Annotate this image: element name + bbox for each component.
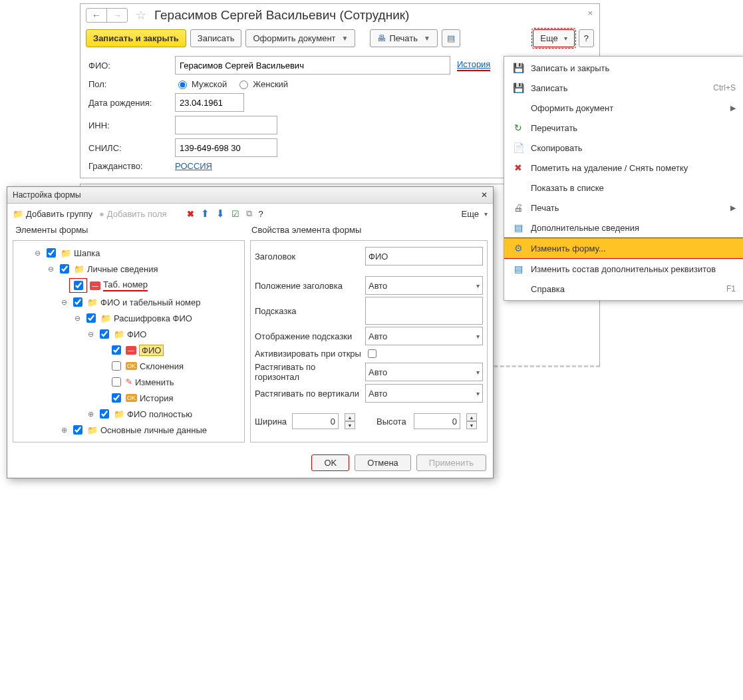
tree-heading: Элементы формы bbox=[15, 225, 243, 235]
menu-icon-5: ✖ bbox=[512, 162, 524, 174]
menu-item-6[interactable]: Показать в списке bbox=[504, 178, 743, 198]
menu-icon-0: 💾 bbox=[512, 62, 524, 74]
move-down-icon[interactable]: ⬇ bbox=[216, 208, 225, 220]
fio-label: ФИО: bbox=[88, 61, 168, 71]
menu-icon-6 bbox=[512, 182, 524, 194]
prop-title-input[interactable]: ФИО bbox=[365, 247, 483, 265]
create-document-button[interactable]: Оформить документ▼ bbox=[245, 29, 355, 47]
menu-item-8[interactable]: ▤Дополнительные сведения bbox=[504, 218, 743, 238]
inn-input[interactable] bbox=[175, 116, 277, 134]
save-button[interactable]: Записать bbox=[190, 29, 242, 47]
chevron-right-icon: ▶ bbox=[730, 204, 736, 212]
delete-icon[interactable]: ✖ bbox=[187, 209, 194, 219]
close-icon[interactable]: × bbox=[587, 8, 593, 18]
snils-label: СНИЛС: bbox=[88, 143, 168, 153]
back-icon[interactable]: ← bbox=[86, 9, 107, 22]
menu-label: Дополнительные сведения bbox=[531, 223, 639, 233]
gender-male-radio[interactable]: Мужской bbox=[175, 79, 227, 89]
menu-label: Записать и закрыть bbox=[531, 63, 609, 73]
prop-titlepos-select[interactable]: Авто▾ bbox=[365, 276, 483, 295]
menu-item-1[interactable]: 💾ЗаписатьCtrl+S bbox=[504, 78, 743, 98]
citizenship-label: Гражданство: bbox=[88, 161, 168, 171]
menu-label: Пометить на удаление / Снять пометку bbox=[531, 163, 688, 173]
page-title: Герасимов Сергей Васильевич (Сотрудник) bbox=[154, 8, 409, 23]
history-link[interactable]: История bbox=[457, 59, 490, 71]
menu-label: Записать bbox=[531, 83, 568, 93]
menu-label: Печать bbox=[531, 203, 559, 213]
menu-icon-8: ▤ bbox=[512, 222, 524, 234]
menu-item-5[interactable]: ✖Пометить на удаление / Снять пометку bbox=[504, 158, 743, 178]
form-tree[interactable]: ⊖📁Шапка ⊖📁Личные сведения —Таб. номер ⊖📁… bbox=[13, 240, 245, 371]
dialog-help-icon[interactable]: ? bbox=[259, 209, 263, 219]
help-button[interactable]: ? bbox=[579, 29, 594, 47]
menu-item-10[interactable]: ▤Изменить состав дополнительных реквизит… bbox=[504, 259, 743, 279]
employee-card-top: × ← → ☆ Герасимов Сергей Васильевич (Сот… bbox=[80, 3, 600, 178]
menu-icon-3: ↻ bbox=[512, 122, 524, 134]
menu-icon-10: ▤ bbox=[512, 263, 524, 275]
prop-hintdisp-select[interactable]: Авто▾ bbox=[365, 327, 483, 345]
print-button[interactable]: 🖶Печать▼ bbox=[370, 29, 438, 47]
more-button[interactable]: Еще▾ bbox=[533, 29, 574, 47]
gender-female-radio[interactable]: Женский bbox=[236, 79, 288, 89]
dob-label: Дата рождения: bbox=[88, 98, 168, 108]
copy-icon[interactable]: ⧉ bbox=[246, 208, 252, 219]
prop-stretch-h-select[interactable]: Авто▾ bbox=[365, 363, 483, 371]
menu-icon-11 bbox=[512, 283, 524, 295]
inn-label: ИНН: bbox=[88, 120, 168, 130]
menu-item-9[interactable]: ⚙Изменить форму... bbox=[504, 238, 743, 259]
properties-panel: ЗаголовокФИО Положение заголовкаАвто▾ По… bbox=[250, 240, 488, 371]
menu-label: Показать в списке bbox=[531, 183, 604, 193]
snils-input[interactable] bbox=[175, 138, 277, 157]
add-fields-button[interactable]: ●Добавить поля bbox=[99, 209, 167, 219]
menu-label: Перечитать bbox=[531, 123, 577, 133]
dialog-close-icon[interactable]: ✕ bbox=[481, 190, 488, 200]
citizenship-link[interactable]: РОССИЯ bbox=[175, 161, 212, 171]
menu-item-11[interactable]: СправкаF1 bbox=[504, 279, 743, 299]
menu-icon-1: 💾 bbox=[512, 82, 524, 94]
prop-hint-input[interactable] bbox=[365, 297, 483, 325]
fio-input[interactable] bbox=[175, 56, 450, 75]
menu-label: Оформить документ bbox=[531, 103, 613, 113]
menu-icon-4: 📄 bbox=[512, 142, 524, 154]
dialog-title: Настройка формы bbox=[13, 190, 81, 200]
menu-label: Скопировать bbox=[531, 143, 583, 153]
menu-icon-7: 🖨 bbox=[512, 202, 524, 214]
menu-item-7[interactable]: 🖨Печать▶ bbox=[504, 198, 743, 218]
dob-input[interactable] bbox=[175, 93, 244, 112]
add-group-button[interactable]: 📁Добавить группу bbox=[13, 209, 92, 219]
save-and-close-button[interactable]: Записать и закрыть bbox=[86, 29, 186, 47]
favorite-icon[interactable]: ☆ bbox=[136, 8, 146, 23]
menu-item-4[interactable]: 📄Скопировать bbox=[504, 138, 743, 158]
nav-arrows: ← → bbox=[86, 8, 128, 23]
menu-label: Изменить форму... bbox=[531, 244, 606, 254]
forward-icon[interactable]: → bbox=[107, 9, 127, 22]
form-settings-dialog: Настройка формы ✕ 📁Добавить группу ●Доба… bbox=[7, 186, 494, 371]
menu-icon-2 bbox=[512, 102, 524, 114]
props-heading: Свойства элемента формы bbox=[251, 225, 361, 235]
menu-item-0[interactable]: 💾Записать и закрыть bbox=[504, 58, 743, 78]
move-up-icon[interactable]: ⬆ bbox=[201, 208, 210, 220]
gender-label: Пол: bbox=[88, 79, 168, 89]
chevron-right-icon: ▶ bbox=[730, 104, 736, 112]
check-all-icon[interactable]: ☑ bbox=[231, 209, 239, 219]
prop-activate-checkbox[interactable] bbox=[368, 349, 376, 358]
menu-item-2[interactable]: Оформить документ▶ bbox=[504, 98, 743, 118]
menu-item-3[interactable]: ↻Перечитать bbox=[504, 118, 743, 138]
menu-label: Изменить состав дополнительных реквизито… bbox=[531, 264, 716, 274]
menu-label: Справка bbox=[531, 284, 565, 294]
list-icon[interactable]: ▤ bbox=[442, 29, 460, 47]
menu-icon-9: ⚙ bbox=[512, 242, 524, 254]
dialog-more-button[interactable]: Еще▾ bbox=[462, 209, 488, 219]
more-menu: 💾Записать и закрыть💾ЗаписатьCtrl+SОформи… bbox=[504, 56, 743, 301]
